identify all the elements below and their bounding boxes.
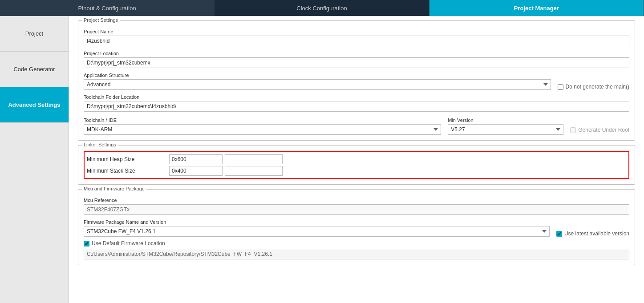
sidebar: Project Code Generator Advanced Settings [0,16,69,303]
sidebar-item-code-generator[interactable]: Code Generator [0,52,69,87]
min-stack-row: Minimum Stack Size [87,166,626,176]
mcu-reference-input [84,204,629,215]
firmware-name-col: STM32Cube FW_F4 V1.26.1 [84,226,550,237]
min-heap-row: Minimum Heap Size [87,154,626,164]
do-not-generate-checkbox-row: Do not generate the main() [558,84,629,90]
main-layout: Project Code Generator Advanced Settings… [0,16,644,303]
linker-settings-section: Linker Settings Minimum Heap Size Minimu… [78,145,635,185]
app-structure-select[interactable]: Advanced [84,79,551,90]
project-settings-section: Project Settings Project Name Project Lo… [78,20,635,141]
project-name-input[interactable] [84,36,629,46]
sidebar-item-advanced-settings[interactable]: Advanced Settings [0,87,69,123]
min-stack-extra-input[interactable] [225,166,283,176]
firmware-name-label: Firmware Package Name and Version [84,219,629,225]
min-version-label: Min Version [448,117,563,123]
generate-under-root-checkbox[interactable] [570,127,576,133]
mcu-reference-label: Mcu Reference [84,198,629,203]
toolchain-ide-label: Toolchain / IDE [84,117,441,123]
min-version-col: Min Version V5.27 [448,115,563,135]
mcu-firmware-section: Mcu and Firmware Package Mcu Reference F… [78,189,635,265]
tab-project-manager[interactable]: Project Manager [429,0,644,16]
project-location-input[interactable] [84,57,629,68]
project-settings-title: Project Settings [82,17,120,23]
linker-settings-title: Linker Settings [82,142,118,147]
use-latest-label: Use latest available version [564,230,629,237]
toolchain-row: Toolchain / IDE MDK-ARM Min Version V5.2… [84,115,629,135]
toolchain-ide-select[interactable]: MDK-ARM [84,124,441,135]
firmware-path-input [84,249,629,259]
linker-highlighted-box: Minimum Heap Size Minimum Stack Size [84,151,629,179]
do-not-generate-label: Do not generate the main() [566,84,629,90]
toolchain-ide-col: Toolchain / IDE MDK-ARM [84,115,441,135]
mcu-firmware-title: Mcu and Firmware Package [82,186,146,191]
min-heap-extra-input[interactable] [225,154,283,164]
content-area: Project Settings Project Name Project Lo… [69,16,644,303]
generate-under-root-row: Generate Under Root [570,127,629,135]
do-not-generate-checkbox[interactable] [558,84,563,90]
firmware-name-select[interactable]: STM32Cube FW_F4 V1.26.1 [84,226,550,237]
use-default-firmware-checkbox[interactable] [84,241,89,246]
generate-under-root-label: Generate Under Root [578,127,629,133]
use-latest-row: Use latest available version [556,230,629,237]
project-name-label: Project Name [84,29,629,34]
project-location-label: Project Location [84,51,629,56]
min-stack-input[interactable] [169,166,223,176]
tab-pinout[interactable]: Pinout & Configuration [0,0,215,16]
app-structure-row: Advanced Do not generate the main() [84,79,629,90]
top-nav: Pinout & Configuration Clock Configurati… [0,0,644,16]
min-heap-input[interactable] [169,154,223,164]
app-structure-col: Advanced [84,79,551,90]
min-version-select[interactable]: V5.27 [448,124,563,135]
tab-clock[interactable]: Clock Configuration [215,0,429,16]
sidebar-item-project[interactable]: Project [0,16,69,52]
use-default-firmware-label: Use Default Firmware Location [92,240,165,246]
min-stack-label: Minimum Stack Size [87,168,167,174]
use-default-firmware-row: Use Default Firmware Location [84,240,629,246]
min-heap-label: Minimum Heap Size [87,156,167,162]
app-structure-label: Application Structure [84,73,629,78]
firmware-name-row: STM32Cube FW_F4 V1.26.1 Use latest avail… [84,226,629,237]
use-latest-checkbox[interactable] [556,231,562,237]
toolchain-folder-input[interactable] [84,101,629,112]
toolchain-folder-label: Toolchain Folder Location [84,94,629,100]
